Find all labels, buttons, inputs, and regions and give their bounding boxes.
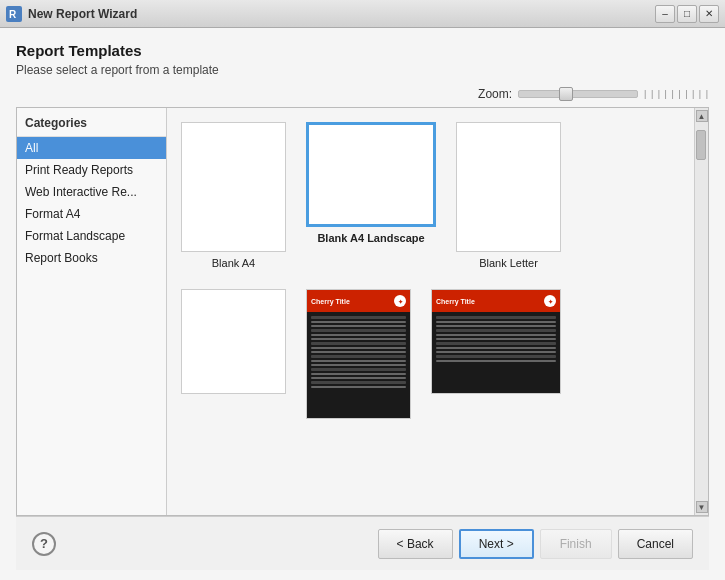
help-button[interactable]: ? [32,532,56,556]
template-row-1: Blank A4 Blank A4 Landscape Blank Letter [181,122,680,269]
template-blank-small[interactable] [181,289,286,399]
next-button[interactable]: Next > [459,529,534,559]
page-title: Report Templates [16,42,709,59]
back-button[interactable]: < Back [378,529,453,559]
template-cherry-portrait[interactable]: Cherry Title ✦ [306,289,411,424]
zoom-thumb[interactable] [559,87,573,101]
sidebar-item-all[interactable]: All [17,137,166,159]
zoom-bar: Zoom: | | | | | | | | | | [16,87,709,101]
cherry-landscape-thumb[interactable]: Cherry Title ✦ [431,289,561,394]
window-title: New Report Wizard [28,7,137,21]
scroll-track[interactable] [696,124,708,499]
scroll-thumb[interactable] [696,130,706,160]
categories-sidebar: Categories All Print Ready Reports Web I… [17,108,167,515]
minimize-button[interactable]: – [655,5,675,23]
wizard-icon: R [6,6,22,22]
sidebar-item-web-interactive[interactable]: Web Interactive Re... [17,181,166,203]
title-bar-left: R New Report Wizard [6,6,137,22]
footer: ? < Back Next > Finish Cancel [16,516,709,570]
blank-small-thumb[interactable] [181,289,286,394]
blank-a4-thumb[interactable] [181,122,286,252]
categories-header: Categories [17,112,166,137]
cherry-portrait-thumb[interactable]: Cherry Title ✦ [306,289,411,419]
scroll-down-arrow[interactable]: ▼ [696,501,708,513]
blank-a4-label: Blank A4 [212,257,255,269]
finish-button[interactable]: Finish [540,529,612,559]
template-grid: Blank A4 Blank A4 Landscape Blank Letter [167,108,694,515]
zoom-track[interactable] [518,90,638,98]
blank-letter-label: Blank Letter [479,257,538,269]
page-subtitle: Please select a report from a template [16,63,709,77]
cancel-button[interactable]: Cancel [618,529,693,559]
maximize-button[interactable]: □ [677,5,697,23]
blank-a4-landscape-label: Blank A4 Landscape [317,232,424,244]
template-cherry-landscape[interactable]: Cherry Title ✦ [431,289,561,399]
title-bar-controls: – □ ✕ [655,5,719,23]
page-header: Report Templates Please select a report … [16,42,709,87]
zoom-ticks: | | | | | | | | | | [644,89,709,99]
blank-letter-thumb[interactable] [456,122,561,252]
title-bar: R New Report Wizard – □ ✕ [0,0,725,28]
sidebar-item-format-a4[interactable]: Format A4 [17,203,166,225]
template-row-2: Cherry Title ✦ [181,289,680,424]
main-content: Report Templates Please select a report … [0,28,725,580]
sidebar-item-report-books[interactable]: Report Books [17,247,166,269]
template-blank-letter[interactable]: Blank Letter [456,122,561,269]
body-panel: Categories All Print Ready Reports Web I… [16,107,709,516]
zoom-label: Zoom: [478,87,512,101]
template-blank-a4-landscape[interactable]: Blank A4 Landscape [306,122,436,244]
sidebar-item-print-ready[interactable]: Print Ready Reports [17,159,166,181]
template-blank-a4[interactable]: Blank A4 [181,122,286,269]
sidebar-item-format-landscape[interactable]: Format Landscape [17,225,166,247]
svg-text:R: R [9,9,17,20]
footer-buttons: < Back Next > Finish Cancel [378,529,693,559]
blank-a4-landscape-thumb[interactable] [306,122,436,227]
scrollbar[interactable]: ▲ ▼ [694,108,708,515]
scroll-up-arrow[interactable]: ▲ [696,110,708,122]
footer-left: ? [32,532,56,556]
close-button[interactable]: ✕ [699,5,719,23]
